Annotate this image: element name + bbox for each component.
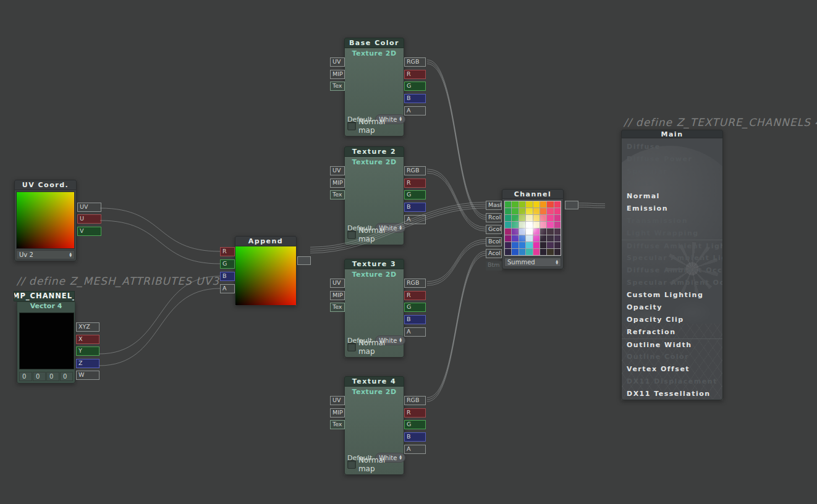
output-port[interactable]: A: [404, 215, 426, 224]
node-append[interactable]: Append RGBA: [235, 236, 297, 306]
input-port[interactable]: Tex: [330, 303, 345, 312]
input-port[interactable]: MIP: [330, 70, 345, 79]
normal-map-checkbox[interactable]: Normal map: [347, 456, 404, 473]
node-vector4[interactable]: MP_CHANNEL_U Vector 4 0000 XYZXYZW: [17, 301, 75, 384]
output-port[interactable]: B: [404, 94, 426, 103]
graph-canvas[interactable]: // define Z_MESH_ATTRIBUTES UV3 // defin…: [0, 0, 817, 504]
node-title[interactable]: UV Coord.: [14, 180, 77, 190]
input-port[interactable]: Tex: [330, 420, 345, 429]
node-texture-4[interactable]: Texture 4 Texture 2D UVMIPTex RGBRGBA De…: [344, 376, 404, 475]
input-port[interactable]: Gcol: [486, 225, 502, 234]
uv-channel-dropdown[interactable]: Uv 2: [16, 250, 75, 259]
channel-label: Light Wrapping: [627, 229, 699, 237]
shader-channel-row: Gloss: [622, 178, 722, 190]
shader-channel-row: Outline Color: [622, 351, 722, 363]
node-title[interactable]: Base Color: [344, 38, 404, 48]
normal-map-checkbox[interactable]: Normal map: [347, 226, 404, 243]
node-title[interactable]: Main: [621, 130, 723, 138]
input-port[interactable]: Mask: [486, 201, 502, 210]
node-title[interactable]: Channel Blend: [502, 189, 564, 199]
node-base-color[interactable]: Base Color Texture 2D UVMIPTex RGBRGBA D…: [344, 38, 404, 136]
blend-mode-dropdown[interactable]: Summed: [504, 258, 561, 267]
shader-channel-row: Outline Width: [622, 338, 722, 351]
shader-channel-row: Vertex Offset: [622, 363, 722, 376]
node-title[interactable]: Append: [235, 236, 297, 246]
output-port[interactable]: G: [404, 82, 426, 91]
input-port[interactable]: R: [220, 247, 235, 256]
output-port[interactable]: R: [404, 70, 426, 79]
property-name-bar[interactable]: MP_CHANNEL_U: [14, 291, 75, 301]
output-port[interactable]: X: [76, 335, 99, 344]
input-port[interactable]: Tex: [330, 82, 345, 91]
input-port[interactable]: MIP: [330, 408, 345, 418]
output-port[interactable]: A: [404, 327, 426, 337]
input-port[interactable]: MIP: [330, 291, 345, 300]
uv-gradient-preview: [16, 191, 75, 249]
node-channel-blend[interactable]: Channel Blend Summed MaskRcolGcolBcolAco…: [502, 189, 564, 269]
input-port[interactable]: Bcol: [486, 237, 502, 246]
node-texture-2[interactable]: Texture 2 Texture 2D UVMIPTex RGBRGBA De…: [344, 146, 404, 245]
node-title[interactable]: Texture 4: [344, 376, 404, 387]
comment-texture-channels: // define Z_TEXTURE_CHANNELS 4: [624, 116, 817, 128]
output-port[interactable]: B: [404, 432, 426, 442]
output-port[interactable]: U: [77, 214, 101, 224]
shader-channel-row: Normal: [622, 190, 722, 203]
append-output-port[interactable]: [297, 256, 311, 265]
input-port[interactable]: Tex: [330, 190, 345, 200]
channel-label: Outline Color: [627, 353, 689, 361]
vector-component-field[interactable]: 0: [46, 372, 59, 381]
output-port[interactable]: R: [404, 291, 426, 300]
node-main[interactable]: Main Diffuse Diffuse Power: [621, 130, 723, 400]
output-port[interactable]: G: [404, 303, 426, 312]
input-port[interactable]: Rcol: [486, 213, 502, 222]
input-port[interactable]: G: [220, 259, 235, 269]
output-port[interactable]: XYZ: [76, 322, 99, 332]
channel-label: Specular Ambient Light: [627, 254, 723, 262]
input-port[interactable]: UV: [330, 279, 345, 288]
normal-map-checkbox[interactable]: Normal map: [347, 117, 404, 135]
input-port[interactable]: UV: [330, 396, 345, 405]
node-texture-3[interactable]: Texture 3 Texture 2D UVMIPTex RGBRGBA De…: [344, 259, 404, 358]
output-port[interactable]: Y: [76, 346, 99, 356]
input-port[interactable]: A: [220, 284, 235, 293]
channel-label: Transmission: [627, 217, 688, 225]
output-port[interactable]: RGB: [404, 166, 426, 175]
shader-channel-row: Refraction: [622, 326, 722, 338]
normal-map-checkbox[interactable]: Normal map: [347, 338, 404, 356]
output-port[interactable]: RGB: [404, 57, 426, 67]
node-uv-coord[interactable]: UV Coord. Uv 2 UVUV: [14, 180, 77, 261]
output-port[interactable]: B: [404, 203, 426, 212]
output-port[interactable]: W: [76, 371, 99, 380]
shader-channel-row: Diffuse Power: [622, 153, 722, 166]
output-port[interactable]: G: [404, 420, 426, 429]
output-port[interactable]: A: [404, 106, 426, 116]
output-port[interactable]: B: [404, 315, 426, 324]
input-port[interactable]: MIP: [330, 178, 345, 188]
input-port[interactable]: Acol: [486, 249, 502, 258]
output-port[interactable]: V: [77, 227, 101, 236]
shader-channel-row: Transmission: [622, 215, 722, 227]
channel-label: Custom Lighting: [627, 291, 703, 299]
output-port[interactable]: RGB: [404, 279, 426, 288]
node-subtitle: Texture 2D: [345, 157, 404, 166]
output-port[interactable]: G: [404, 190, 426, 200]
vector-component-field[interactable]: 0: [33, 372, 46, 381]
node-title[interactable]: Texture 2: [344, 146, 404, 157]
output-port[interactable]: A: [404, 445, 426, 454]
input-port[interactable]: UV: [330, 57, 345, 67]
shader-channel-row: Specular Ambient Light: [622, 252, 722, 264]
node-subtitle: Texture 2D: [345, 269, 404, 279]
channel-blend-output-port[interactable]: [565, 201, 578, 209]
output-port[interactable]: Z: [76, 359, 99, 368]
output-port[interactable]: R: [404, 178, 426, 188]
input-port[interactable]: B: [220, 272, 235, 281]
input-port[interactable]: Btm: [486, 261, 502, 271]
vector-component-field[interactable]: 0: [19, 372, 32, 381]
node-title[interactable]: Texture 3: [344, 259, 404, 269]
input-port[interactable]: UV: [330, 166, 345, 175]
vector-component-field[interactable]: 0: [60, 372, 73, 381]
output-port[interactable]: RGB: [404, 396, 426, 405]
shader-channel-row: Opacity Clip: [622, 314, 722, 326]
output-port[interactable]: UV: [77, 203, 101, 212]
output-port[interactable]: R: [404, 408, 426, 418]
